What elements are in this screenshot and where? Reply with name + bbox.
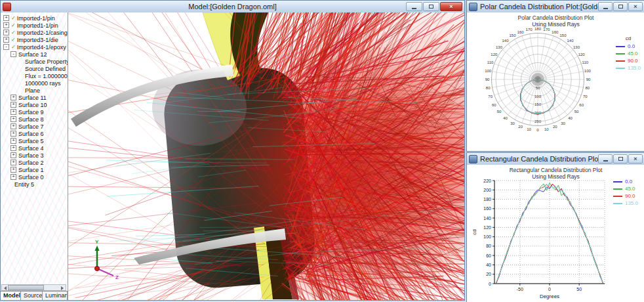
svg-text:110: 110 [582, 60, 589, 64]
raytrace-scene: Y Z [68, 12, 464, 300]
tree-item-label: Imported3-1/die [17, 37, 58, 43]
scroll-right-icon[interactable] [60, 285, 66, 290]
tree-item[interactable]: Source Defined [1, 65, 68, 72]
tab-luminance[interactable]: Luminan [43, 291, 68, 300]
rect-window-titlebar[interactable]: Rectangular Candela Distribution Plot:[G… [467, 153, 644, 165]
restore-button[interactable] [613, 154, 628, 163]
expander-icon[interactable]: + [10, 174, 16, 180]
scroll-left-icon[interactable] [2, 285, 8, 290]
expander-icon[interactable]: + [10, 131, 16, 137]
tab-model[interactable]: Model [1, 291, 21, 300]
legend-label: 90.0 [628, 57, 638, 64]
tree-item[interactable]: +✓Imported1-1/pin [1, 22, 68, 29]
tree-item-label: Surface 6 [18, 131, 44, 137]
tree-item-label: 1000000 rays [25, 80, 61, 87]
tree-item[interactable]: +Surface 3 [1, 152, 68, 159]
svg-text:80: 80 [585, 86, 590, 90]
svg-text:160: 160 [483, 206, 491, 211]
tree-item[interactable]: +Surface 10 [1, 101, 68, 108]
check-icon: ✓ [11, 22, 16, 28]
svg-text:-50: -50 [517, 287, 523, 291]
tree-item[interactable]: +Surface 6 [1, 130, 68, 137]
viewport-3d[interactable]: Y Z [68, 12, 464, 300]
svg-text:50: 50 [574, 110, 579, 114]
svg-text:180: 180 [483, 197, 491, 202]
rect-window-title: Rectangular Candela Distribution Plot:[G… [480, 155, 598, 163]
close-button[interactable]: × [628, 2, 643, 11]
expander-icon[interactable]: + [10, 167, 16, 173]
tree-item-label: Flux = 1.000000 W [25, 73, 68, 79]
tree-item[interactable]: +Surface 1 [1, 166, 68, 173]
tree-item[interactable]: Flux = 1.000000 W [1, 72, 68, 79]
minimize-button[interactable] [598, 2, 613, 11]
expander-icon[interactable]: + [3, 22, 9, 28]
tree-item-label: Surface 2 [18, 160, 44, 166]
expander-icon[interactable]: + [10, 138, 16, 144]
tree-item[interactable]: Plane [1, 87, 68, 94]
tree-item[interactable]: +✓Imported3-1/die [1, 36, 68, 43]
tree-item[interactable]: +✓Imported2-1/casing [1, 29, 68, 36]
minimize-button[interactable] [406, 2, 422, 11]
polar-window-title: Polar Candela Distribution Plot:[Golden … [480, 3, 598, 11]
expander-icon[interactable]: + [3, 30, 9, 35]
app-root: { "app": { "icons": {"close": "×"}, "col… [0, 0, 644, 302]
svg-text:Degrees: Degrees [540, 293, 559, 299]
tree-horizontal-scrollbar[interactable] [1, 284, 66, 291]
svg-text:170: 170 [526, 28, 533, 32]
tab-source[interactable]: Source [21, 291, 43, 300]
polar-window-titlebar[interactable]: Polar Candela Distribution Plot:[Golden … [467, 1, 644, 13]
restore-button[interactable] [613, 2, 628, 11]
svg-text:100: 100 [483, 234, 491, 239]
legend-line-icon [616, 60, 625, 62]
tree-item[interactable]: +Surface 0 [1, 173, 68, 181]
minimize-button[interactable] [598, 154, 613, 163]
svg-text:40: 40 [503, 116, 508, 120]
close-button[interactable]: × [628, 154, 643, 163]
tree-item[interactable]: +Surface 4 [1, 144, 68, 152]
svg-text:90: 90 [485, 77, 490, 81]
expander-icon[interactable]: - [10, 51, 16, 57]
polar-legend: cd0.045.090.0135.0 [616, 35, 641, 72]
expander-icon[interactable]: + [10, 116, 16, 122]
expander-icon[interactable]: + [10, 152, 16, 158]
expander-icon[interactable]: + [10, 145, 16, 151]
expander-icon[interactable]: + [10, 160, 16, 165]
expander-icon[interactable]: + [10, 102, 16, 108]
expander-icon[interactable]: + [10, 109, 16, 115]
tree-item[interactable]: +Surface 7 [1, 123, 68, 130]
tree-item[interactable]: +Surface 8 [1, 116, 68, 123]
restore-button[interactable] [423, 2, 439, 11]
legend-line-icon [613, 188, 622, 190]
restore-icon [618, 157, 623, 161]
expander-icon[interactable]: + [3, 37, 9, 43]
tree-item[interactable]: +Surface 5 [1, 137, 68, 144]
scrollbar-thumb[interactable] [8, 285, 44, 290]
tree-item[interactable]: -✓Imported4-1/epoxy [1, 43, 68, 51]
svg-text:80: 80 [486, 86, 491, 90]
svg-text:140: 140 [502, 39, 509, 43]
tree-item[interactable]: +Surface 11 [1, 94, 68, 101]
tree-item-label: Imported-1/pin [17, 15, 55, 22]
svg-text:60: 60 [492, 103, 496, 107]
svg-text:110: 110 [487, 60, 494, 64]
restore-icon [618, 5, 623, 9]
expander-icon[interactable]: + [3, 15, 9, 21]
tree-item[interactable]: Entity 5 [1, 181, 68, 188]
model-window-titlebar[interactable]: Model:[Golden Dragon.oml] × [1, 1, 464, 13]
expander-icon[interactable]: + [10, 123, 16, 129]
tree-item[interactable]: +✓Imported-1/pin [1, 14, 68, 22]
tree-item[interactable]: Surface Property [1, 58, 68, 65]
rect-window-icon [469, 155, 477, 163]
expander-icon[interactable]: - [3, 44, 9, 50]
tree-item[interactable]: +Surface 9 [1, 108, 68, 116]
svg-text:70: 70 [488, 95, 493, 98]
tree-item-label: Surface Property [25, 58, 68, 65]
expander-icon[interactable]: + [10, 95, 16, 100]
close-button[interactable]: × [440, 2, 462, 11]
minimize-icon [412, 8, 416, 9]
tree-item[interactable]: 1000000 rays [1, 79, 68, 87]
tree-item[interactable]: +Surface 2 [1, 159, 68, 166]
tree-item[interactable]: -Surface 12 [1, 51, 68, 58]
svg-text:50: 50 [497, 110, 502, 114]
svg-text:100: 100 [485, 69, 492, 73]
